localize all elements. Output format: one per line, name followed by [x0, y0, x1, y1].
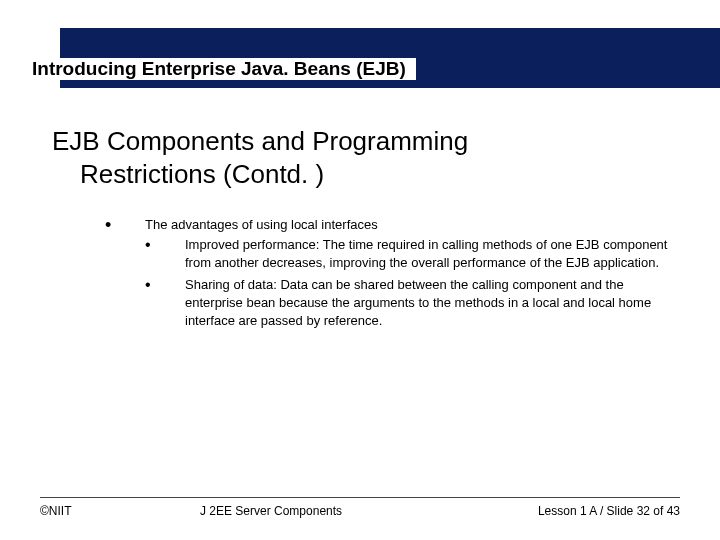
footer-slide-number: Lesson 1 A / Slide 32 of 43 — [538, 504, 680, 518]
sub-bullet-text: Sharing of data: Data can be shared betw… — [185, 276, 670, 331]
footer: ©NIIT J 2EE Server Components Lesson 1 A… — [40, 497, 680, 518]
title-line-2: Restrictions (Contd. ) — [80, 158, 680, 191]
footer-course-name: J 2EE Server Components — [200, 504, 342, 518]
sub-bullet-list: • Improved performance: The time require… — [145, 236, 670, 330]
bullet-level-1: • The advantages of using local interfac… — [105, 216, 670, 234]
bullet-dot-icon: • — [105, 216, 145, 234]
bullet-dot-icon: • — [145, 276, 185, 331]
sub-bullet-text: Improved performance: The time required … — [185, 236, 670, 272]
slide-title: EJB Components and Programming Restricti… — [52, 125, 680, 190]
bullet-intro-text: The advantages of using local interfaces — [145, 216, 378, 234]
sub-bullet: • Sharing of data: Data can be shared be… — [145, 276, 670, 331]
module-title: Introducing Enterprise Java. Beans (EJB) — [32, 58, 416, 80]
sub-bullet: • Improved performance: The time require… — [145, 236, 670, 272]
content-area: • The advantages of using local interfac… — [105, 216, 670, 333]
bullet-dot-icon: • — [145, 236, 185, 272]
title-line-1: EJB Components and Programming — [52, 125, 680, 158]
footer-copyright: ©NIIT — [40, 504, 72, 518]
